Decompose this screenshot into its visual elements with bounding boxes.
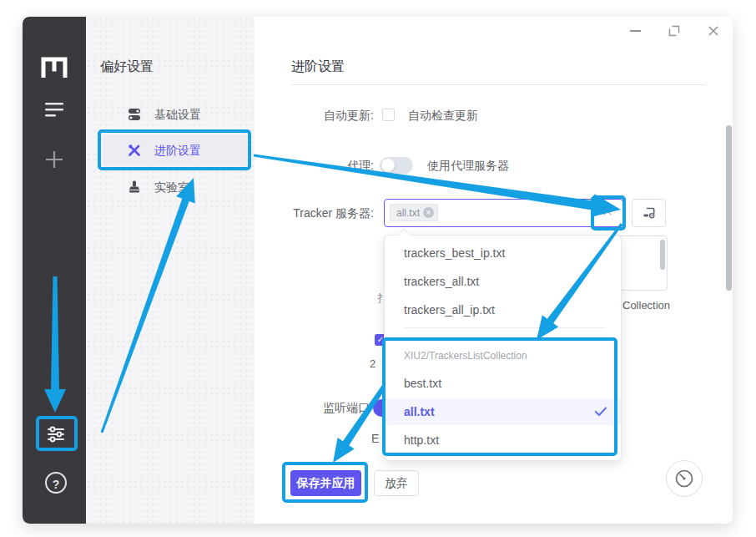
- dropdown-option[interactable]: trackers_all_ip.txt: [385, 296, 621, 324]
- tracker-tag-label: all.txt: [396, 207, 420, 219]
- sync-trackers-button[interactable]: [632, 199, 666, 227]
- menu-item-basic-settings[interactable]: 基础设置: [154, 108, 201, 123]
- maximize-button[interactable]: [668, 24, 681, 38]
- motrix-logo: [40, 56, 68, 81]
- discard-button[interactable]: 放弃: [374, 470, 419, 496]
- tracker-server-label: Tracker 服务器:: [240, 206, 374, 221]
- maximize-icon: [668, 24, 681, 38]
- minimize-button[interactable]: [630, 30, 641, 32]
- help-icon[interactable]: ?: [45, 472, 67, 494]
- highlight-box-advanced-menu: [98, 129, 251, 170]
- dropdown-option[interactable]: trackers_best_ip.txt: [385, 239, 621, 267]
- title-divider: [291, 84, 705, 85]
- dropdown-divider: [404, 327, 606, 328]
- gauge-icon: [673, 468, 695, 489]
- auto-update-checkbox-label[interactable]: 自动检查更新: [408, 109, 478, 124]
- hint-fragment-4: E: [371, 432, 379, 445]
- add-task-icon[interactable]: [43, 149, 65, 174]
- preferences-title: 偏好设置: [100, 58, 154, 76]
- listen-port-label: 监听端口: [236, 401, 370, 416]
- app-window: ? 偏好设置 基础设置 进阶设置 实验室 进阶设置 自动更新: 自动检查更新 代…: [23, 17, 733, 524]
- close-button[interactable]: [707, 24, 720, 38]
- toggle-knob: [381, 159, 395, 172]
- close-icon: [707, 24, 720, 38]
- auto-update-checkbox[interactable]: [382, 109, 395, 121]
- preferences-panel: [86, 17, 255, 524]
- task-list-icon[interactable]: [45, 103, 65, 121]
- page-title: 进阶设置: [291, 58, 345, 76]
- tag-close-icon[interactable]: ×: [423, 207, 434, 218]
- menu-item-lab[interactable]: 实验室: [154, 180, 189, 195]
- textarea-scrollbar[interactable]: [660, 240, 665, 270]
- basic-settings-icon: [127, 107, 142, 125]
- proxy-toggle-label[interactable]: 使用代理服务器: [427, 159, 509, 174]
- dropdown-option[interactable]: trackers_all.txt: [385, 267, 621, 296]
- window-scrollbar[interactable]: [726, 125, 732, 291]
- highlight-box-prefs-icon: [36, 416, 78, 451]
- highlight-box-dropdown-group: [382, 337, 617, 456]
- sync-icon: [642, 205, 657, 220]
- proxy-label: 代理:: [240, 159, 374, 174]
- auto-update-label: 自动更新:: [240, 109, 374, 124]
- tracker-tag: all.txt ×: [390, 204, 438, 221]
- lab-icon: [127, 180, 142, 198]
- proxy-toggle[interactable]: [380, 157, 413, 174]
- hint-fragment-3: 2: [370, 357, 375, 370]
- speed-limit-button[interactable]: [666, 460, 703, 497]
- highlight-box-save-button: [282, 462, 368, 503]
- highlight-box-chevron: [591, 195, 626, 231]
- collection-text-fragment: Collection: [622, 299, 670, 312]
